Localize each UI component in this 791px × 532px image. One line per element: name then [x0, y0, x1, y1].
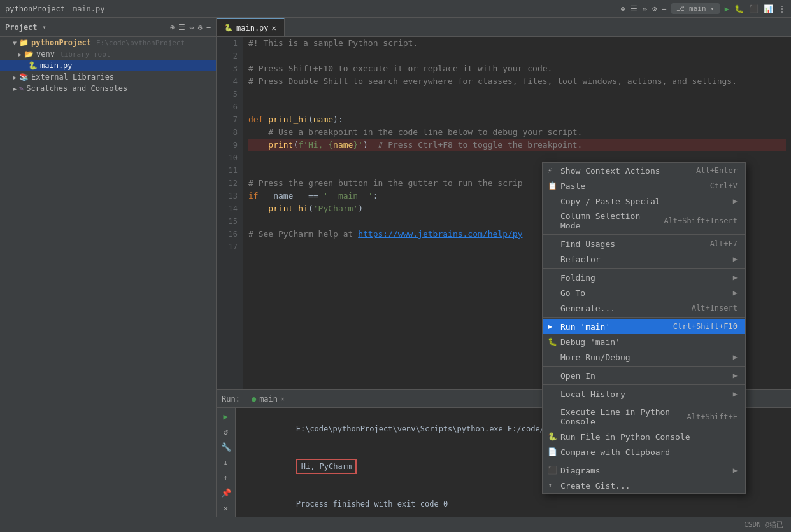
sidebar-header: Project ▾ ⊕ ☰ ⇔ ⚙ −	[0, 18, 216, 37]
sidebar-icon-1[interactable]: ⊕	[170, 23, 175, 32]
menu-item-paste[interactable]: 📋 Paste Ctrl+V	[543, 178, 745, 193]
code-line-3: # Press Shift+F10 to execute it or repla…	[248, 62, 786, 75]
arrow-icon-refactor: ▶	[733, 255, 738, 263]
menu-item-run-file-console[interactable]: 🐍 Run File in Python Console	[543, 429, 745, 444]
status-right-text: CSDN @猫已	[744, 520, 783, 529]
tree-item-extlibs[interactable]: ▶ 📚 External Libraries	[0, 71, 216, 83]
tree-item-scratches[interactable]: ▶ ✎ Scratches and Consoles	[0, 83, 216, 94]
toolbar-icon-1[interactable]: ⊕	[620, 4, 625, 13]
menu-item-compare-clipboard[interactable]: 📄 Compare with Clipboard	[543, 444, 745, 459]
chevron-down-icon: ▼	[13, 39, 17, 46]
arrow-icon-goto: ▶	[733, 288, 738, 297]
mainpy-label: main.py	[40, 61, 73, 70]
tree-item-root[interactable]: ▼ 📁 pythonProject E:\code\pythonProject	[0, 37, 216, 48]
separator-6	[543, 403, 745, 403]
menu-item-more-run[interactable]: More Run/Debug ▶	[543, 349, 745, 365]
menu-item-diagrams[interactable]: ⬛ Diagrams ▶	[543, 463, 745, 478]
toolbar-icon-4[interactable]: ⚙	[652, 4, 657, 13]
context-action-icon: ⚡	[548, 166, 552, 175]
code-line-9: print(f'Hi, {name}') # Press Ctrl+F8 to …	[248, 139, 786, 151]
menu-item-execute-line[interactable]: Execute Line in Python Console Alt+Shift…	[543, 405, 745, 429]
tree-item-venv[interactable]: ▶ 📂 venv library root	[0, 48, 216, 60]
pin-button[interactable]: 📌	[219, 486, 233, 499]
menu-item-generate[interactable]: Generate... Alt+Insert	[543, 300, 745, 316]
menu-shortcut-show-context: Alt+Enter	[696, 166, 738, 175]
rerun-button[interactable]: ↺	[219, 426, 233, 438]
arrow-icon-copy: ▶	[733, 197, 738, 206]
line-num-9: 9 ● ◻	[217, 139, 238, 151]
menu-label-copy-paste: Copy / Paste Special	[560, 197, 660, 206]
menu-label-more-run: More Run/Debug	[560, 353, 631, 362]
menu-item-run-main[interactable]: ▶ Run 'main' Ctrl+Shift+F10	[543, 319, 745, 334]
scroll-end-button[interactable]: ↓	[219, 456, 233, 469]
run-icon-title[interactable]: ▶	[725, 4, 729, 13]
venv-folder-icon: 📂	[24, 50, 34, 59]
debug-icon-title[interactable]: 🐛	[734, 4, 744, 13]
run-file-icon: 🐍	[548, 432, 557, 441]
chevron-right-icon3: ▶	[13, 85, 17, 92]
line-num-8: 8	[217, 126, 238, 139]
editor-tab-mainpy[interactable]: 🐍 main.py ✕	[217, 18, 285, 36]
code-line-1: #! This is a sample Python script.	[248, 37, 786, 50]
menu-shortcut-generate: Alt+Insert	[692, 304, 738, 312]
menu-item-debug-main[interactable]: 🐛 Debug 'main'	[543, 334, 745, 349]
py-tab-icon: 🐍	[224, 24, 233, 32]
venv-sublabel: library root	[60, 50, 110, 59]
tab-close-icon[interactable]: ✕	[272, 24, 276, 32]
menu-item-column-mode[interactable]: Column Selection Mode Alt+Shift+Insert	[543, 209, 745, 233]
menu-item-copy-paste-special[interactable]: Copy / Paste Special ▶	[543, 193, 745, 209]
project-label: Project	[5, 23, 38, 32]
coverage-icon-title[interactable]: ⬛	[749, 4, 759, 13]
sidebar-icon-4[interactable]: ⚙	[198, 23, 203, 32]
line-num-3: 3	[217, 62, 238, 75]
arrow-icon-local-history: ▶	[733, 389, 738, 398]
menu-label-compare: Compare with Clipboard	[560, 447, 670, 457]
toolbar-icon-5[interactable]: −	[662, 4, 666, 13]
tree-item-mainpy[interactable]: 🐍 main.py	[0, 60, 216, 71]
sidebar-icon-2[interactable]: ☰	[178, 23, 185, 32]
wrench-button[interactable]: 🔧	[219, 441, 233, 454]
dropdown-icon[interactable]: ▾	[43, 24, 46, 31]
gist-icon: ⬆	[548, 481, 552, 490]
py-file-icon: 🐍	[28, 61, 38, 70]
menu-item-local-history[interactable]: Local History ▶	[543, 386, 745, 402]
menu-item-show-context[interactable]: ⚡ Show Context Actions Alt+Enter	[543, 163, 745, 178]
sidebar-icon-3[interactable]: ⇔	[189, 23, 194, 32]
menu-item-refactor[interactable]: Refactor ▶	[543, 251, 745, 267]
menu-item-create-gist[interactable]: ⬆ Create Gist...	[543, 478, 745, 493]
sidebar-icon-5[interactable]: −	[206, 23, 211, 32]
menu-item-folding[interactable]: Folding ▶	[543, 270, 745, 285]
app-title: pythonProject	[5, 4, 65, 13]
line-num-1: 1	[217, 37, 238, 50]
toolbar-icon-2[interactable]: ☰	[631, 4, 638, 13]
separator-4	[543, 366, 745, 367]
menu-label-local-history: Local History	[560, 389, 625, 399]
run-tab-close[interactable]: ✕	[281, 395, 285, 402]
code-line-8: # Use a breakpoint in the code line belo…	[248, 126, 786, 139]
toolbar-icons: ⊕ ☰ ⇔ ⚙ − ⎇ main ▾ ▶ 🐛 ⬛ 📊 ⋮	[620, 3, 786, 14]
arrow-icon-folding: ▶	[733, 273, 738, 282]
project-path: E:\code\pythonProject	[96, 39, 185, 47]
menu-label-find: Find Usages	[560, 239, 615, 249]
run-button[interactable]: ▶	[219, 410, 233, 423]
close-button[interactable]: ✕	[219, 501, 233, 514]
toolbar-icon-3[interactable]: ⇔	[643, 4, 647, 13]
arrow-icon-diagrams: ▶	[733, 466, 738, 475]
menu-item-open-in[interactable]: Open In ▶	[543, 368, 745, 383]
scroll-up-button[interactable]: ↑	[219, 471, 233, 484]
menu-label-open-in: Open In	[560, 371, 595, 381]
compare-icon: 📄	[548, 447, 557, 456]
menu-label-create-gist: Create Gist...	[560, 481, 631, 491]
title-bar: pythonProject main.py ⊕ ☰ ⇔ ⚙ − ⎇ main ▾…	[0, 0, 791, 18]
scratch-icon: ✎	[19, 84, 24, 93]
bottom-tab-main[interactable]: ● main ✕	[245, 392, 291, 406]
profile-icon-title[interactable]: 📊	[764, 4, 773, 13]
venv-label: venv	[36, 50, 55, 59]
more-icon-title[interactable]: ⋮	[778, 4, 786, 13]
line-num-4: 4	[217, 75, 238, 88]
line-num-6: 6	[217, 101, 238, 113]
menu-item-goto[interactable]: Go To ▶	[543, 285, 745, 300]
menu-label-execute-line: Execute Line in Python Console	[560, 407, 687, 426]
project-name: pythonProject	[31, 38, 91, 47]
menu-item-find-usages[interactable]: Find Usages Alt+F7	[543, 236, 745, 251]
